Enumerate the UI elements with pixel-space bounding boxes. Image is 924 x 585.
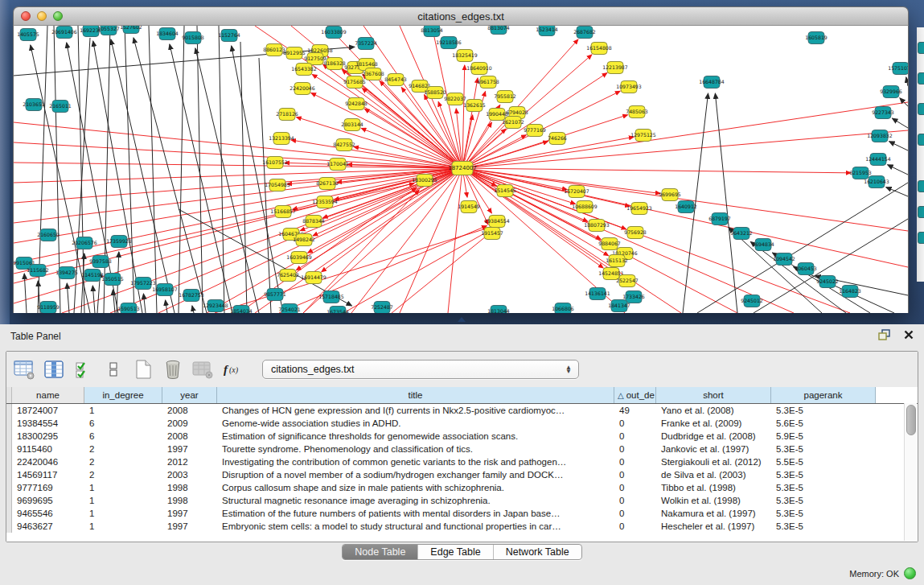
table-cell[interactable]: 0 [614,457,656,467]
tab-node-table[interactable]: Node Table [343,545,417,559]
table-cell[interactable]: Dudbridge et al. (2008) [656,431,771,441]
table-row[interactable]: 911546021997Tourette syndrome. Phenomeno… [6,443,918,455]
table-cell[interactable]: 9115460 [12,444,84,454]
panel-divider-handle[interactable] [458,317,466,322]
tab-network-table[interactable]: Network Table [493,545,581,559]
table-cell[interactable]: Structural magnetic resonance image aver… [217,496,614,505]
column-header-in_degree[interactable]: in_degree [84,387,162,403]
table-cell[interactable]: 5.3E-5 [771,406,876,415]
table-cell[interactable]: 2 [84,470,162,480]
table-cell[interactable]: 1 [84,521,162,531]
table-cell[interactable]: 0 [614,418,656,428]
table-cell[interactable]: 0 [614,496,656,505]
table-cell[interactable]: 18300295 [12,431,84,441]
table-cell[interactable]: 9699695 [12,496,84,505]
table-cell[interactable]: 1997 [162,444,217,454]
column-visibility-icon[interactable] [42,357,66,381]
table-cell[interactable]: 1997 [162,521,217,531]
column-header-year[interactable]: year [162,387,217,403]
table-cell[interactable]: Genome-wide association studies in ADHD. [217,418,614,428]
table-cell[interactable]: 2 [84,444,162,454]
tab-edge-table[interactable]: Edge Table [417,545,492,559]
table-cell[interactable]: 1 [84,406,162,415]
node-table[interactable]: namein_degreeyeartitle△out_de…shortpager… [6,387,918,542]
table-cell[interactable]: Tibbo et al. (1998) [656,483,771,492]
table-cell[interactable]: 0 [614,483,656,492]
table-cell[interactable]: de Silva et al. (2003) [656,470,771,480]
table-cell[interactable]: 6 [84,431,162,441]
table-mode-icon[interactable] [12,357,36,381]
table-cell[interactable]: 1998 [162,483,217,492]
table-cell[interactable]: Franke et al. (2009) [656,418,771,428]
table-cell[interactable]: 1 [84,509,162,518]
citation-network-graph[interactable]: 1872400716154808122139871097349374850631… [14,26,908,313]
table-row[interactable]: 1456911722003Disruption of a novel membe… [6,468,918,481]
function-builder-icon[interactable]: f(x) [220,357,244,381]
table-cell[interactable]: 5.6E-5 [771,418,876,428]
table-row[interactable]: 1830029562008Estimation of significance … [6,430,918,443]
table-cell[interactable]: 2009 [162,418,217,428]
memory-ok-indicator[interactable] [904,567,916,579]
table-cell[interactable]: 0 [614,444,656,454]
window-titlebar[interactable]: citations_edges.txt [13,6,909,26]
table-row[interactable]: 946554611997Estimation of the future num… [6,507,918,520]
column-header-out_de[interactable]: △out_de… [614,387,656,403]
table-cell[interactable]: 1 [84,483,162,492]
table-cell[interactable]: Estimation of significance thresholds fo… [217,431,614,441]
table-cell[interactable]: Hescheler et al. (1997) [656,521,771,531]
column-header-title[interactable]: title [217,387,614,403]
table-cell[interactable]: 1 [84,496,162,505]
row-selection-icon[interactable] [72,357,96,381]
table-cell[interactable]: 6 [84,418,162,428]
table-cell[interactable]: Embryonic stem cells: a model to study s… [217,521,614,531]
table-vertical-scrollbar[interactable] [904,403,917,541]
column-header-name[interactable]: name [12,387,84,403]
table-cell[interactable]: 49 [614,406,656,415]
new-table-icon[interactable] [131,357,155,381]
table-cell[interactable]: 0 [614,431,656,441]
table-cell[interactable]: Wolkin et al. (1998) [656,496,771,505]
scrollbar-thumb[interactable] [906,405,916,435]
table-cell[interactable]: 2 [84,457,162,467]
table-cell[interactable]: 2003 [162,470,217,480]
table-cell[interactable]: 14569117 [12,470,84,480]
table-cell[interactable]: 0 [614,509,656,518]
table-cell[interactable]: Corpus callosum shape and size in male p… [217,483,614,492]
table-cell[interactable]: 5.3E-5 [771,470,876,480]
table-cell[interactable]: Yano et al. (2008) [656,406,771,415]
table-cell[interactable]: 1997 [162,509,217,518]
column-header-pagerank[interactable]: pagerank [771,387,876,403]
column-header-short[interactable]: short [656,387,771,403]
table-cell[interactable]: 9465546 [12,509,84,518]
table-cell[interactable]: 2012 [162,457,217,467]
table-cell[interactable]: 0 [614,521,656,531]
table-cell[interactable]: Disruption of a novel member of a sodium… [217,470,614,480]
table-cell[interactable]: 5.3E-5 [771,496,876,505]
table-cell[interactable]: 22420046 [12,457,84,467]
table-cell[interactable]: 1998 [162,496,217,505]
float-panel-icon[interactable] [877,328,892,342]
table-cell[interactable]: Jankovic et al. (1997) [656,444,771,454]
table-cell[interactable]: 5.9E-5 [771,431,876,441]
table-cell[interactable]: 5.3E-5 [771,509,876,518]
table-cell[interactable]: 5.5E-5 [771,457,876,467]
table-cell[interactable]: Tourette syndrome. Phenomenology and cla… [217,444,614,454]
table-row[interactable]: 1938455462009Genome-wide association stu… [6,417,918,430]
table-cell[interactable]: 5.3E-5 [771,444,876,454]
table-row[interactable]: 2242004622012Investigating the contribut… [6,455,918,468]
table-cell[interactable]: Stergiakouli et al. (2012) [656,457,771,467]
network-canvas[interactable]: 1872400716154808122139871097349374850631… [13,26,909,313]
table-cell[interactable]: 19384554 [12,418,84,428]
row-pair-icon[interactable] [101,357,125,381]
table-row[interactable]: 946362711997Embryonic stem cells: a mode… [6,520,918,533]
table-cell[interactable]: Changes of HCN gene expression and I(f) … [217,406,614,415]
close-panel-icon[interactable] [901,328,916,342]
table-cell[interactable]: 9463627 [12,521,84,531]
table-cell[interactable]: Estimation of the future numbers of pati… [217,509,614,518]
table-cell[interactable]: 18724007 [12,406,84,415]
table-row[interactable]: 1872400712008Changes of HCN gene express… [6,404,918,417]
table-cell[interactable]: 5.3E-5 [771,483,876,492]
table-cell[interactable]: 9777169 [12,483,84,492]
table-row[interactable]: 969969511998Structural magnetic resonanc… [6,494,918,507]
table-cell[interactable]: Investigating the contribution of common… [217,457,614,467]
